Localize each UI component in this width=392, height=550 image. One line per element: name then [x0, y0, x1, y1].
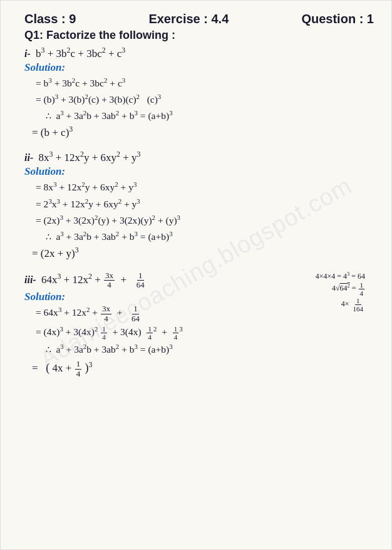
roman-iii: iii-: [24, 274, 36, 285]
problem-ii: ii- 8x3 + 12x2y + 6xy2 + y3 Solution: = …: [24, 150, 374, 260]
solution-i-label: Solution:: [24, 61, 374, 74]
result-i: = (b + c)3: [32, 125, 374, 139]
step-i-1: = b3 + 3b2c + 3bc2 + c3: [36, 75, 374, 91]
problem-ii-text: 8x3 + 12x2y + 6xy2 + y3: [38, 152, 140, 163]
solution-ii-label: Solution:: [24, 165, 374, 178]
result-iii: = ( 4x + 14 )3: [32, 360, 374, 378]
step-i-2: = (b)3 + 3(b)2(c) + 3(b)(c)2 (c)3: [36, 91, 374, 107]
side-note-2: 4√642 = 14: [316, 281, 365, 297]
result-ii: = (2x + y)3: [32, 246, 374, 260]
side-notes: 4×4×4 = 43 = 64 4√642 = 14 4× 1164: [316, 271, 365, 313]
problem-i-line: i- b3 + 3b2c + 3bc2 + c3: [24, 46, 374, 60]
step-ii-2: = 23x3 + 12x2y + 6xy2 + y3: [36, 196, 374, 212]
step-ii-4: ∴ a3 + 3a2b + 3ab2 + b3 = (a+b)3: [36, 229, 374, 244]
problem-iii: iii- 64x3 + 12x2 + 3x4 + 164 4×4×4 = 43 …: [24, 271, 374, 378]
question-label: Question : 1: [301, 12, 374, 26]
step-ii-1: = 8x3 + 12x2y + 6xy2 + y3: [36, 179, 374, 195]
side-note-1: 4×4×4 = 43 = 64: [316, 271, 365, 281]
side-note-3: 4× 1164: [316, 297, 365, 313]
step-iii-3: ∴ a3 + 3a2b + 3ab2 + b3 = (a+b)3: [36, 341, 374, 357]
roman-i: i-: [24, 48, 31, 59]
header: Class : 9 Exercise : 4.4 Question : 1: [24, 12, 374, 26]
class-label: Class : 9: [24, 12, 76, 26]
step-iii-2: = (4x)3 + 3(4x)2 14 + 3(4x) 142 + 143: [36, 324, 374, 341]
q1-label: Q1: Factorize the following :: [24, 29, 374, 42]
exercise-label: Exercise : 4.4: [148, 12, 229, 26]
step-ii-3: = (2x)3 + 3(2x)2(y) + 3(2x)(y)2 + (y)3: [36, 212, 374, 228]
problem-ii-line: ii- 8x3 + 12x2y + 6xy2 + y3: [24, 150, 374, 165]
problem-i-text: b3 + 3b2c + 3bc2 + c3: [36, 48, 125, 60]
page: Adamjeecoaching.blogspot.com Class : 9 E…: [0, 0, 392, 550]
step-i-3: ∴ a3 + 3a2b + 3ab2 + b3 = (a+b)3: [36, 108, 374, 123]
problem-i: i- b3 + 3b2c + 3bc2 + c3 Solution: = b3 …: [24, 46, 374, 139]
problem-iii-text: 64x3 + 12x2 + 3x4 + 164: [41, 274, 147, 286]
roman-ii: ii-: [24, 152, 33, 163]
